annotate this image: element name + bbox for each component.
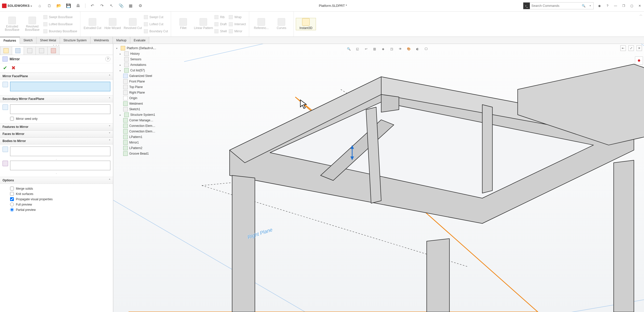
tab-sketch[interactable]: Sketch	[20, 37, 37, 44]
redo-icon[interactable]: ↷	[100, 3, 105, 8]
tree-item[interactable]: ▸Annotations	[115, 62, 180, 68]
tree-item[interactable]: Right Plane	[115, 90, 180, 95]
svg-marker-13	[614, 160, 634, 312]
tree-item[interactable]: Top Plane	[115, 84, 180, 90]
tree-item[interactable]: ▸Cut list(57)	[115, 68, 180, 73]
search-icon[interactable]: 🔍	[580, 4, 587, 8]
tab-structure-system[interactable]: Structure System	[60, 37, 90, 44]
rebuild-icon[interactable]: ▦	[128, 3, 133, 8]
tree-item[interactable]: Groove Bead1	[115, 151, 180, 156]
restore-down-icon[interactable]: ❐	[621, 4, 626, 8]
pm-tab-property-manager[interactable]	[12, 46, 24, 55]
tree-item[interactable]: Connection Elem…	[115, 123, 180, 129]
ribbon-collapse-chevron-icon[interactable]: ︿	[639, 13, 642, 17]
tree-item[interactable]: Galvanized Steel	[115, 73, 180, 79]
section-bodies-to-mirror[interactable]: Bodies to Mirror˄	[0, 137, 113, 145]
knit-surfaces-label: Knit surfaces	[16, 192, 33, 196]
tree-item[interactable]: Corner Manage…	[115, 118, 180, 123]
view-orientation-icon[interactable]: ◈	[380, 46, 386, 52]
tab-sheet-metal[interactable]: Sheet Metal	[37, 37, 60, 44]
cursor-icon	[300, 99, 309, 109]
list-resize-handle[interactable]: ◦	[3, 172, 110, 175]
tree-item[interactable]: Origin	[115, 95, 180, 101]
list-resize-handle[interactable]: ◦	[3, 158, 110, 161]
section-mirror-face[interactable]: Mirror Face/Plane˄	[0, 73, 113, 80]
section-features-to-mirror[interactable]: Features to Mirror˅	[0, 123, 113, 130]
open-icon[interactable]: 📂	[56, 3, 61, 8]
new-icon[interactable]: 🗋	[47, 3, 52, 8]
command-search[interactable]: ›_ 🔍 ▾	[523, 2, 594, 9]
pm-tab-configuration[interactable]	[24, 46, 36, 55]
full-preview-radio[interactable]	[10, 203, 14, 206]
hide-show-icon[interactable]: 👁	[398, 46, 403, 52]
tree-item[interactable]: Front Plane	[115, 79, 180, 84]
ok-check-icon[interactable]: ✔	[3, 65, 7, 71]
mirror-seed-only-checkbox[interactable]	[10, 117, 14, 121]
tab-weldments[interactable]: Weldments	[90, 37, 113, 44]
bodies-selection-box-2[interactable]	[10, 161, 110, 170]
tree-item[interactable]: Weldment	[115, 101, 180, 106]
graphics-viewport[interactable]: 🔍 ◱ ↩ ▥ ◈ ◳ 👁 🎨 ◐ 🖵 ⇤ ⤢ ✕ ⬢ 📁 🗂 ▦ ● ≡ ⌂	[113, 44, 644, 312]
ribbon: Extruded Boss/Base Revolved Boss/Base Sw…	[0, 12, 644, 37]
pin-icon[interactable]: 📎	[119, 3, 124, 8]
zoom-area-icon[interactable]: ◱	[355, 46, 360, 52]
instant3d-button[interactable]: Instant3D	[296, 18, 316, 30]
main-area: • • • Mirror ? ✔ ✖ Mirror Face/Plane˄	[0, 44, 644, 312]
propagate-visual-checkbox[interactable]	[10, 197, 14, 201]
help-icon[interactable]: ?	[605, 4, 610, 8]
select-icon[interactable]: ↖	[109, 3, 114, 8]
section-view-icon[interactable]: ▥	[372, 46, 377, 52]
pm-help-icon[interactable]: ?	[105, 56, 110, 62]
property-manager: • • • Mirror ? ✔ ✖ Mirror Face/Plane˄	[0, 44, 113, 312]
bodies-selection-box-1[interactable]	[10, 147, 110, 156]
tree-item[interactable]: LPattern2	[115, 145, 180, 151]
edit-appearance-icon[interactable]: 🎨	[406, 46, 412, 52]
pm-tab-feature-tree[interactable]	[0, 46, 12, 55]
search-input[interactable]	[530, 4, 580, 8]
minimize-icon[interactable]: —	[613, 4, 618, 8]
tree-root[interactable]: ▾Platform (Default<A…	[115, 45, 180, 51]
display-style-icon[interactable]: ◳	[389, 46, 395, 52]
pm-tab-dimxpert[interactable]	[36, 46, 48, 55]
linear-pattern-button: Linear Pattern	[193, 18, 213, 30]
undo-icon[interactable]: ↶	[90, 3, 95, 8]
secondary-mirror-selection-box[interactable]	[10, 104, 110, 114]
chevron-up-icon: ˄	[109, 139, 110, 143]
logo-menu-chevron-icon[interactable]: ▸	[31, 4, 32, 8]
home-icon[interactable]: ⌂	[37, 3, 42, 8]
previous-view-icon[interactable]: ↩	[363, 46, 369, 52]
tab-evaluate[interactable]: Evaluate	[130, 37, 149, 44]
apply-scene-icon[interactable]: ◐	[415, 46, 420, 52]
print-icon[interactable]: 🖶	[76, 3, 81, 8]
panel-grab-handle[interactable]: • • •	[0, 44, 113, 46]
maximize-icon[interactable]: ▢	[629, 4, 634, 8]
section-secondary-mirror[interactable]: Secondary Mirror Face/Plane˄	[0, 95, 113, 102]
svg-marker-14	[381, 95, 399, 112]
tab-markup[interactable]: Markup	[113, 37, 130, 44]
tree-item[interactable]: ▸History	[115, 51, 180, 56]
cancel-x-icon[interactable]: ✖	[11, 65, 16, 71]
tree-item[interactable]: Sensors	[115, 56, 180, 62]
tree-item[interactable]: LPattern1	[115, 134, 180, 140]
search-dropdown-chevron-icon[interactable]: ▾	[587, 4, 593, 7]
mirror-face-selection-box[interactable]	[10, 82, 110, 91]
user-account-icon[interactable]: ◉	[597, 4, 602, 8]
view-settings-icon[interactable]: 🖵	[423, 46, 429, 52]
tree-item[interactable]: Connection Elem…	[115, 129, 180, 134]
zoom-to-fit-icon[interactable]: 🔍	[346, 46, 352, 52]
chevron-up-icon: ˄	[109, 74, 110, 78]
pm-tab-display[interactable]	[47, 46, 59, 55]
tree-item[interactable]: Mirror1	[115, 140, 180, 145]
settings-gear-icon[interactable]: ⚙	[138, 3, 143, 8]
tree-item[interactable]: ▸Structure System1	[115, 112, 180, 118]
section-options[interactable]: Options˄	[0, 177, 113, 184]
tree-item[interactable]: Sketch1	[115, 106, 180, 112]
merge-solids-checkbox[interactable]	[10, 187, 14, 190]
save-icon[interactable]: 💾	[66, 3, 71, 8]
title-bar: SOLIDWORKS ▸ ⌂ 🗋 📂 💾 🖶 ↶ ↷ ↖ 📎 ▦ ⚙ Platf…	[0, 0, 644, 12]
knit-surfaces-checkbox[interactable]	[10, 192, 14, 196]
close-icon[interactable]: ✕	[637, 4, 642, 8]
section-faces-to-mirror[interactable]: Faces to Mirror˅	[0, 130, 113, 137]
tab-features[interactable]: Features	[0, 37, 20, 44]
partial-preview-radio[interactable]	[10, 208, 14, 212]
